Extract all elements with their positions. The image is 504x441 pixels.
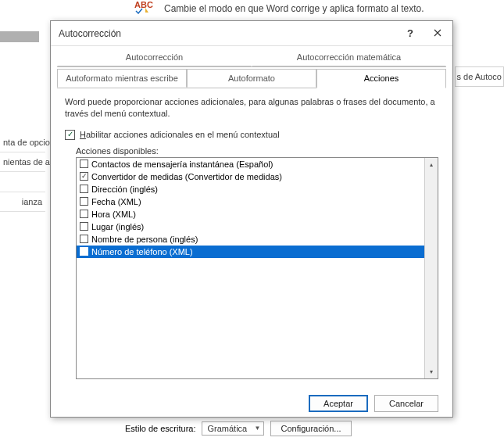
dialog-buttons: Aceptar Cancelar <box>51 387 452 423</box>
list-item[interactable]: Número de teléfono (XML) <box>77 246 424 258</box>
list-item-label: Lugar (inglés) <box>91 222 144 231</box>
content-description: Word puede proporcionar acciones adicion… <box>65 96 438 120</box>
bg-description: Cambie el modo en que Word corrige y apl… <box>164 3 424 14</box>
scrollbar[interactable]: ▴ ▾ <box>424 158 438 378</box>
list-item-checkbox[interactable] <box>80 222 88 231</box>
actions-listbox[interactable]: Contactos de mensajería instantánea (Esp… <box>76 157 438 379</box>
list-item-label: Contactos de mensajería instantánea (Esp… <box>91 160 273 169</box>
list-item-label: Convertidor de medidas (Convertidor de m… <box>91 172 282 181</box>
list-item-checkbox[interactable] <box>80 160 88 168</box>
dialog-content: Word puede proporcionar acciones adicion… <box>51 88 452 387</box>
bg-left-item[interactable]: ianza <box>0 192 45 212</box>
tabs-row-2: Autoformato mientras escribe Autoformato… <box>57 69 446 88</box>
bg-left-item[interactable]: nientas de a <box>0 152 45 172</box>
tab-autoformat[interactable]: Autoformato <box>187 69 316 88</box>
list-item-checkbox[interactable] <box>80 247 88 256</box>
list-item-checkbox[interactable] <box>80 210 88 218</box>
tab-autoformat-typing[interactable]: Autoformato mientras escribe <box>57 69 187 88</box>
list-item[interactable]: Nombre de persona (inglés) <box>77 233 424 246</box>
list-item[interactable]: Lugar (inglés) <box>77 220 424 233</box>
list-item[interactable]: Contactos de mensajería instantánea (Esp… <box>77 158 424 170</box>
writing-style-select[interactable]: Gramática <box>202 421 264 436</box>
ok-button[interactable]: Aceptar <box>309 395 368 412</box>
enable-actions-row: Habilitar acciones adicionales en el men… <box>65 130 438 140</box>
list-item[interactable]: Convertidor de medidas (Convertidor de m… <box>77 170 424 183</box>
list-item-checkbox[interactable] <box>80 197 88 206</box>
bg-autoco-button[interactable]: s de Autoco <box>455 66 505 87</box>
close-icon[interactable] <box>429 26 446 41</box>
list-item[interactable]: Dirección (inglés) <box>77 183 424 195</box>
bg-left-panel: nta de opcio nientas de a ianza <box>0 31 45 438</box>
list-item-checkbox[interactable] <box>80 235 88 243</box>
dialog-titlebar: Autocorrección ? <box>51 21 452 46</box>
bg-left-item[interactable]: nta de opcio <box>0 133 45 152</box>
autocorrect-dialog: Autocorrección ? Autocorrección Autocorr… <box>50 20 453 418</box>
scroll-down-icon[interactable]: ▾ <box>425 365 438 378</box>
writing-style-label: Estilo de escritura: <box>125 424 195 433</box>
help-icon[interactable]: ? <box>402 26 418 41</box>
list-item-label: Número de teléfono (XML) <box>91 247 193 256</box>
scroll-up-icon[interactable]: ▴ <box>425 158 438 171</box>
enable-actions-label: Habilitar acciones adicionales en el men… <box>80 130 280 139</box>
available-actions-label: Acciones disponibles: <box>76 146 438 156</box>
list-item[interactable]: Hora (XML) <box>77 208 424 220</box>
cancel-button[interactable]: Cancelar <box>374 395 438 412</box>
list-item-label: Hora (XML) <box>91 210 136 219</box>
tabs-row-1: Autocorrección Autocorrección matemática <box>57 48 446 67</box>
list-item-label: Dirección (inglés) <box>91 185 158 194</box>
list-item-checkbox[interactable] <box>80 185 88 193</box>
tab-autocorrect[interactable]: Autocorrección <box>57 48 252 66</box>
list-item-label: Nombre de persona (inglés) <box>91 235 198 244</box>
enable-actions-checkbox[interactable] <box>65 130 75 140</box>
dialog-title: Autocorrección <box>59 28 121 39</box>
list-item[interactable]: Fecha (XML) <box>77 195 424 208</box>
bg-bottom-controls: Estilo de escritura: Gramática Configura… <box>125 421 352 436</box>
abc-check-icon: ABC <box>134 2 159 14</box>
config-button[interactable]: Configuración... <box>270 421 351 436</box>
svg-text:ABC: ABC <box>134 2 153 9</box>
list-item-label: Fecha (XML) <box>91 197 141 206</box>
tab-math-autocorrect[interactable]: Autocorrección matemática <box>252 48 446 66</box>
list-item-checkbox[interactable] <box>80 172 88 181</box>
tab-actions[interactable]: Acciones <box>316 69 446 88</box>
